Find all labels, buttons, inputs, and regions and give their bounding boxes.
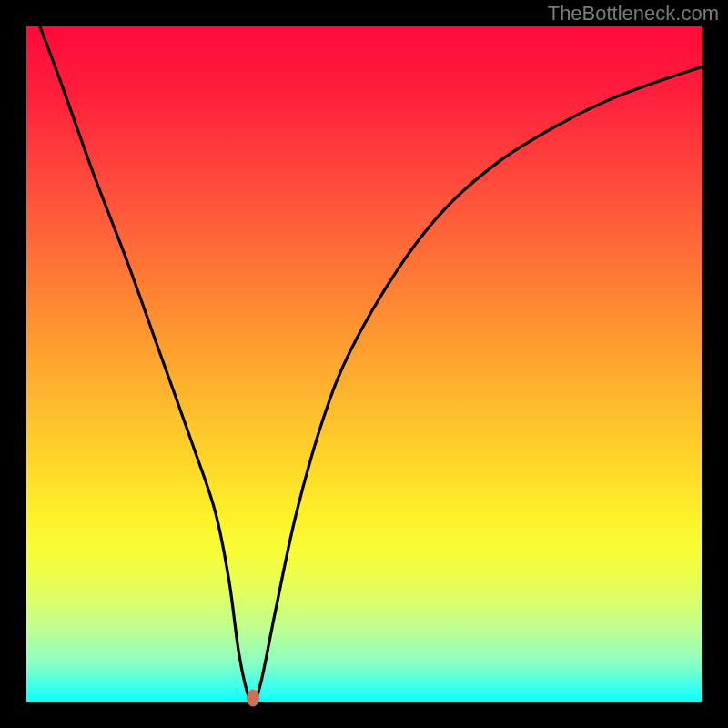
chart-curve [26, 26, 702, 702]
minimum-marker [247, 690, 259, 707]
watermark-text: TheBottleneck.com [548, 2, 719, 25]
chart-plot-area [26, 26, 702, 702]
